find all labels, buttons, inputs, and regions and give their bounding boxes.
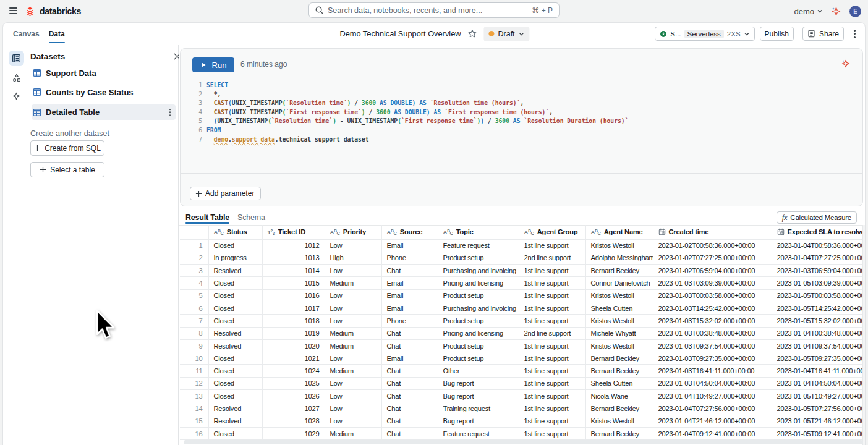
- cell-ticket-id[interactable]: 1021: [262, 352, 325, 365]
- dataset-item-detailed-table[interactable]: Detailed Table: [32, 104, 176, 120]
- dataset-item-support-data[interactable]: Support Data: [32, 65, 176, 81]
- cell-agent-name[interactable]: Kristos Westoll: [585, 415, 653, 427]
- cell-created-time[interactable]: 2023-01-02T00:58:36.000+00:00: [653, 239, 772, 252]
- cell-status[interactable]: Closed: [208, 427, 262, 439]
- cell-agent-group[interactable]: 1st line support: [519, 402, 585, 415]
- cell-status[interactable]: Closed: [208, 365, 262, 377]
- cell-created-time[interactable]: 2023-01-04T10:49:27.000+00:00: [653, 390, 772, 402]
- cell-agent-name[interactable]: Connor Danielovitch: [585, 277, 653, 289]
- column-header-source[interactable]: ABCSource: [381, 225, 438, 239]
- cell-ticket-id[interactable]: 1024: [262, 365, 325, 377]
- cell-created-time[interactable]: 2023-01-03T04:50:04.000+00:00: [653, 377, 772, 389]
- cell-source[interactable]: Chat: [381, 339, 438, 352]
- cell-priority[interactable]: Medium: [325, 327, 381, 339]
- cell-agent-group[interactable]: 1st line support: [519, 277, 585, 289]
- column-header-agent-group[interactable]: ABCAgent Group: [519, 225, 585, 239]
- calculated-measure-button[interactable]: fx Calculated Measure: [777, 211, 857, 224]
- cell-ticket-id[interactable]: 1027: [262, 402, 325, 415]
- column-header-agent-name[interactable]: ABCAgent Name: [585, 225, 653, 239]
- cell-topic[interactable]: Pricing and licensing: [438, 327, 519, 339]
- cell-agent-name[interactable]: Bernard Beckley: [585, 427, 653, 439]
- cell-created-time[interactable]: 2023-01-03T00:38:48.000+00:00: [653, 327, 772, 339]
- cell-status[interactable]: Resolved: [208, 402, 262, 415]
- cell-priority[interactable]: Low: [325, 289, 381, 302]
- cell-ticket-id[interactable]: 1019: [262, 327, 325, 339]
- cell-ticket-id[interactable]: 1026: [262, 390, 325, 402]
- cell-priority[interactable]: Low: [325, 265, 381, 277]
- cell-ticket-id[interactable]: 1015: [262, 277, 325, 289]
- cell-agent-name[interactable]: Kristos Westoll: [585, 239, 653, 252]
- workspace-switcher[interactable]: demo: [794, 7, 823, 16]
- cell-priority[interactable]: Low: [325, 415, 381, 427]
- cell-ticket-id[interactable]: 1016: [262, 289, 325, 302]
- cell-created-time[interactable]: 2023-01-03T00:03:58.000+00:00: [653, 289, 772, 302]
- sql-code[interactable]: 1SELECT2 *,3 CAST(UNIX_TIMESTAMP(`Resolu…: [181, 81, 862, 144]
- cell-created-time[interactable]: 2023-01-03T15:32:02.000+00:00: [653, 315, 772, 327]
- cell-expected-sla-to-resolve[interactable]: 2023-01-05T15:32:02.000+00:00: [772, 315, 862, 327]
- cell-source[interactable]: Email: [381, 352, 438, 365]
- cell-expected-sla-to-resolve[interactable]: 2023-01-05T00:03:58.000+00:00: [772, 289, 862, 302]
- run-button[interactable]: Run: [192, 57, 234, 72]
- cell-agent-name[interactable]: Sheela Cutten: [585, 302, 653, 314]
- tab-data[interactable]: Data: [49, 23, 65, 44]
- hamburger-menu-icon[interactable]: [9, 7, 17, 14]
- cell-expected-sla-to-resolve[interactable]: 2023-01-03T06:59:04.000+00:00: [772, 265, 862, 277]
- cell-agent-name[interactable]: Sheela Cutten: [585, 377, 653, 389]
- cell-expected-sla-to-resolve[interactable]: 2023-01-05T10:49:27.000+00:00: [772, 390, 862, 402]
- cell-source[interactable]: Chat: [381, 427, 438, 439]
- compute-selector[interactable]: S... Serverless 2XS: [655, 27, 754, 41]
- cell-status[interactable]: Resolved: [208, 415, 262, 427]
- cell-priority[interactable]: Medium: [325, 339, 381, 352]
- cell-ticket-id[interactable]: 1017: [262, 302, 325, 314]
- cell-status[interactable]: Closed: [208, 302, 262, 314]
- cell-agent-group[interactable]: 2nd line support: [519, 327, 585, 339]
- cell-expected-sla-to-resolve[interactable]: 2023-01-05T09:12:41.000+00:00: [772, 427, 862, 439]
- cell-source[interactable]: Chat: [381, 402, 438, 415]
- cell-ticket-id[interactable]: 1028: [262, 415, 325, 427]
- cell-ticket-id[interactable]: 1013: [262, 252, 325, 264]
- cell-priority[interactable]: Low: [325, 377, 381, 389]
- add-parameter-button[interactable]: Add parameter: [190, 187, 261, 200]
- cell-topic[interactable]: Product setup: [438, 315, 519, 327]
- cell-source[interactable]: Email: [381, 302, 438, 314]
- cell-priority[interactable]: Low: [325, 402, 381, 415]
- cell-status[interactable]: Closed: [208, 377, 262, 389]
- cell-agent-name[interactable]: Bernard Beckley: [585, 352, 653, 365]
- tab-schema[interactable]: Schema: [237, 213, 265, 222]
- global-search-input[interactable]: Search data, notebooks, recents, and mor…: [308, 2, 560, 18]
- cell-status[interactable]: Closed: [208, 352, 262, 365]
- create-from-sql-button[interactable]: Create from SQL: [30, 140, 104, 156]
- cell-created-time[interactable]: 2023-01-04T07:27:56.000+00:00: [653, 402, 772, 415]
- column-header-status[interactable]: ABCStatus: [208, 225, 262, 239]
- cell-created-time[interactable]: 2023-01-03T03:09:39.000+00:00: [653, 277, 772, 289]
- cell-source[interactable]: Chat: [381, 327, 438, 339]
- cell-status[interactable]: Resolved: [208, 265, 262, 277]
- cell-source[interactable]: Chat: [381, 415, 438, 427]
- cell-source[interactable]: Chat: [381, 377, 438, 389]
- cell-topic[interactable]: Purchasing and invoicing: [438, 302, 519, 314]
- cell-created-time[interactable]: 2023-01-02T07:27:25.000+00:00: [653, 252, 772, 264]
- cell-topic[interactable]: Training request: [438, 402, 519, 415]
- cell-agent-group[interactable]: 1st line support: [519, 315, 585, 327]
- cell-expected-sla-to-resolve[interactable]: 2023-01-05T14:25:42.000+00:00: [772, 302, 862, 314]
- vertical-scrollbar-track[interactable]: [862, 225, 865, 445]
- cell-topic[interactable]: Other: [438, 365, 519, 377]
- cell-source[interactable]: Phone: [381, 252, 438, 264]
- share-button[interactable]: Share: [802, 27, 844, 41]
- cell-source[interactable]: Chat: [381, 265, 438, 277]
- cell-status[interactable]: Closed: [208, 289, 262, 302]
- rail-lineage-icon[interactable]: [9, 70, 24, 85]
- draft-status-dropdown[interactable]: Draft: [483, 27, 529, 41]
- tab-canvas[interactable]: Canvas: [13, 23, 40, 44]
- cell-ticket-id[interactable]: 1020: [262, 339, 325, 352]
- favorite-star-icon[interactable]: [467, 29, 477, 38]
- cell-expected-sla-to-resolve[interactable]: 2023-01-04T07:27:25.000+00:00: [772, 252, 862, 264]
- cell-created-time[interactable]: 2023-01-03T09:37:54.000+00:00: [653, 339, 772, 352]
- databricks-logo[interactable]: databricks: [26, 6, 81, 16]
- cell-priority[interactable]: Low: [325, 239, 381, 252]
- tab-result-table[interactable]: Result Table: [185, 213, 229, 222]
- rail-sparkle-icon[interactable]: [9, 88, 24, 103]
- cell-expected-sla-to-resolve[interactable]: 2023-01-05T09:27:35.000+00:00: [772, 352, 862, 365]
- column-header-created-time[interactable]: Created time: [653, 225, 772, 239]
- column-header-ticket-id[interactable]: 123Ticket ID: [262, 225, 325, 239]
